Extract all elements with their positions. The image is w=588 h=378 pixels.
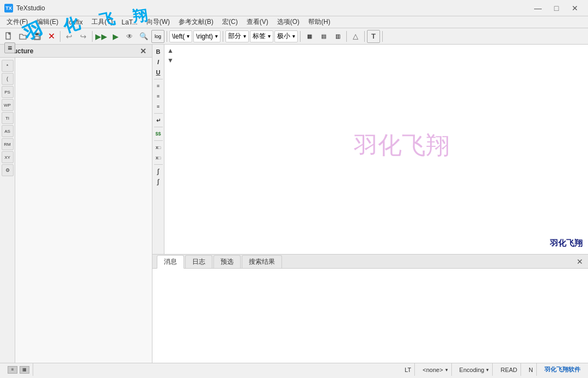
format-math-inline[interactable]: $$ [154, 129, 163, 139]
label-dropdown[interactable]: 标签 ▾ [250, 30, 273, 42]
format-subscript[interactable]: x□ [154, 153, 163, 163]
search-button[interactable]: 🔍 [137, 30, 150, 43]
tab-search-results[interactable]: 搜索结果 [242, 255, 282, 268]
status-encoding-dropdown[interactable]: Encoding ▾ [456, 363, 493, 376]
maximize-button[interactable]: □ [548, 3, 565, 14]
menu-file[interactable]: 文件(F) [2, 16, 32, 28]
format-newline[interactable]: ↵ [154, 115, 163, 125]
structure-close-button[interactable]: ✕ [139, 47, 148, 55]
editor-canvas[interactable]: ▲ ▼ 羽化飞翔 羽化飞翔 [164, 45, 588, 254]
size-dropdown[interactable]: 极小 ▾ [274, 30, 298, 42]
menu-latex[interactable]: LaT... [117, 17, 142, 27]
left-icon-rm[interactable]: RM [2, 138, 14, 150]
part-dropdown[interactable]: 部分 ▾ [225, 30, 249, 42]
format-sep-1 [154, 79, 163, 79]
format-bold[interactable]: B [154, 47, 163, 57]
none-label: <none> [422, 367, 443, 373]
format-integral-1[interactable]: ∫ [154, 166, 163, 176]
tab-messages[interactable]: 消息 [157, 255, 184, 269]
view-button[interactable]: 👁 [123, 30, 136, 43]
compile-button[interactable]: ▶ [109, 30, 122, 43]
menu-idefix[interactable]: Idefix [63, 17, 87, 27]
table-btn-2[interactable]: ▤ [317, 30, 330, 43]
format-superscript[interactable]: x□ [154, 142, 163, 152]
format-align-1[interactable]: ≡ [154, 81, 163, 91]
menu-help[interactable]: 帮助(H) [304, 16, 335, 28]
format-integral-2[interactable]: ∫ [154, 177, 163, 187]
math-btn-1[interactable]: △ [349, 30, 362, 43]
format-sep-2 [154, 113, 163, 114]
table-btn-3[interactable]: ▥ [331, 30, 344, 43]
text-btn[interactable]: T [367, 30, 380, 43]
bottom-panel: 消息 日志 预选 搜索结果 ✕ [152, 254, 588, 363]
format-italic[interactable]: I [154, 57, 163, 67]
structure-panel: Structure ✕ ≡ * ( PS WP TI AS RM XY ⚙ [0, 45, 152, 363]
toolbar-sep-4 [223, 31, 223, 42]
format-align-3[interactable]: ≡ [154, 102, 163, 111]
build-run-button[interactable]: ▶▶ [95, 30, 108, 43]
format-align-2[interactable]: ≡ [154, 91, 163, 101]
window-controls: — □ ✕ [529, 3, 584, 14]
nav-down-button[interactable]: ▼ [167, 57, 174, 64]
status-left-icons: ≡ ▦ [4, 363, 33, 376]
menu-view[interactable]: 查看(V) [242, 16, 273, 28]
toolbar-sep-5 [300, 31, 301, 42]
format-bar: B I U ≡ ≡ ≡ ↵ $$ x□ x□ ∫ ∫ [152, 45, 164, 254]
minimize-button[interactable]: — [529, 3, 547, 14]
editor-watermark-br: 羽化飞翔 [550, 238, 583, 249]
menu-wizard[interactable]: 向导(W) [142, 16, 174, 28]
open-file-button[interactable] [16, 30, 29, 43]
toolbar-sep-7 [364, 31, 365, 42]
nav-up-button[interactable]: ▲ [167, 47, 174, 54]
log-button[interactable]: log [151, 30, 164, 43]
bottom-panel-close-button[interactable]: ✕ [575, 257, 585, 267]
left-icon-paren[interactable]: ( [2, 73, 14, 85]
encoding-label: Encoding [460, 367, 485, 373]
menu-tools[interactable]: 工具(T) [87, 16, 117, 28]
left-side-icons: * ( PS WP TI AS RM XY ⚙ [0, 58, 15, 363]
left-icon-as[interactable]: AS [2, 125, 14, 137]
format-underline[interactable]: U [154, 67, 163, 77]
status-bar: ≡ ▦ LT <none> ▾ Encoding ▾ READ N 羽化飞翔软件 [0, 363, 588, 376]
table-btn-1[interactable]: ▦ [303, 30, 316, 43]
right-panel: B I U ≡ ≡ ≡ ↵ $$ x□ x□ ∫ ∫ ▲ [152, 45, 588, 363]
status-icon-1[interactable]: ≡ [8, 366, 17, 374]
close-button[interactable]: ✕ [566, 3, 584, 14]
status-none-dropdown[interactable]: <none> ▾ [419, 363, 451, 376]
left-icon-ps[interactable]: PS [2, 86, 14, 98]
toolbar-sep-1 [60, 31, 60, 42]
status-lt: LT [401, 363, 415, 376]
toolbar-sep-2 [92, 31, 93, 42]
left-bracket-dropdown[interactable]: \left( ▾ [169, 30, 192, 42]
status-n: N [525, 363, 537, 376]
structure-panel-content: ≡ * ( PS WP TI AS RM XY ⚙ [0, 58, 152, 363]
status-icon-2[interactable]: ▦ [20, 366, 29, 374]
status-read: READ [497, 363, 521, 376]
left-icon-gear[interactable]: ⚙ [2, 164, 14, 176]
menu-edit[interactable]: 编辑(E) [32, 16, 63, 28]
menu-bar: 文件(F) 编辑(E) Idefix 工具(T) LaT... 向导(W) 参考… [0, 16, 588, 28]
right-bracket-dropdown[interactable]: \right) ▾ [193, 30, 220, 42]
menu-macros[interactable]: 宏(C) [218, 16, 242, 28]
svg-rect-5 [35, 36, 39, 39]
tab-preview[interactable]: 预选 [213, 255, 241, 268]
tab-log[interactable]: 日志 [185, 255, 212, 268]
left-icon-wp[interactable]: WP [2, 99, 14, 111]
menu-references[interactable]: 参考文献(B) [174, 16, 218, 28]
left-icon-xy[interactable]: XY [2, 151, 14, 163]
menu-options[interactable]: 选项(O) [273, 16, 304, 28]
close-file-button[interactable]: ✕ [45, 30, 58, 43]
save-file-button[interactable] [30, 30, 44, 43]
format-sep-3 [154, 127, 163, 127]
structure-list-view-button[interactable]: ≡ [4, 42, 15, 53]
status-watermark: 羽化飞翔软件 [541, 363, 584, 376]
structure-panel-header: Structure ✕ [0, 45, 152, 58]
toolbar-sep-8 [382, 31, 383, 42]
new-file-button[interactable] [2, 30, 15, 43]
left-icon-star[interactable]: * [2, 60, 14, 72]
status-watermark-text: 羽化飞翔软件 [544, 365, 580, 374]
format-sep-4 [154, 140, 163, 141]
left-icon-ti[interactable]: TI [2, 112, 14, 124]
redo-button[interactable]: ↪ [77, 30, 90, 43]
undo-button[interactable]: ↩ [63, 30, 76, 43]
